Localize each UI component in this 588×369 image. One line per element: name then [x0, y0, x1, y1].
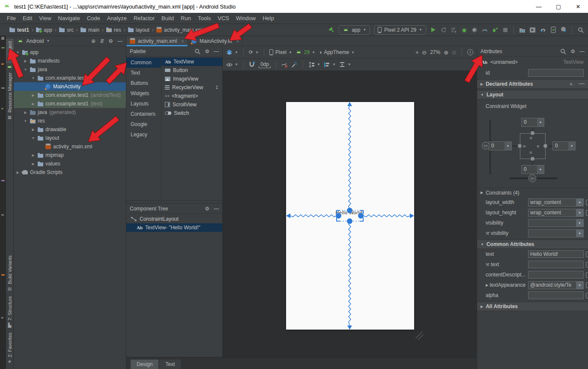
menu-run[interactable]: Run	[177, 14, 194, 23]
chevron-right-icon[interactable]: ▶	[15, 171, 20, 174]
search-everywhere-icon[interactable]	[577, 27, 584, 33]
zoom-in-button[interactable]: ⊕	[444, 49, 448, 56]
menu-window[interactable]: Window	[233, 14, 259, 23]
chevron-down-icon[interactable]: ▼	[576, 282, 583, 289]
add-attribute-icon[interactable]: ＋	[568, 80, 574, 88]
layout-section[interactable]: ▼ Layout	[477, 90, 588, 99]
tree-item-com-example-test1-test[interactable]: ▶com.example.test1(test)	[14, 99, 126, 108]
tree-item-com-example-test1[interactable]: ▼com.example.test1	[14, 74, 126, 82]
attribute-input-text[interactable]	[528, 250, 584, 258]
palette-item-switch[interactable]: Switch	[161, 109, 222, 117]
declared-attributes-section[interactable]: ▶ Declared Attributes ＋—	[477, 79, 588, 89]
palette-category-layouts[interactable]: Layouts	[126, 99, 161, 109]
chevron-down-icon[interactable]: ▼	[576, 230, 583, 237]
chevron-right-icon[interactable]: ▶	[23, 59, 28, 63]
flag-icon[interactable]	[586, 252, 588, 257]
attribute-combo-textappearance[interactable]: @android:style/Te▼	[528, 281, 584, 289]
chevron-right-icon[interactable]: ▶	[31, 162, 36, 166]
tool-button-1-project[interactable]: 1: Project	[6, 39, 14, 63]
panel-splitter[interactable]	[126, 200, 222, 204]
palette-category-buttons[interactable]: Buttons	[126, 78, 161, 88]
errors-panel-icon[interactable]: !	[467, 49, 473, 55]
left-anchor[interactable]	[518, 144, 522, 148]
close-tab-icon[interactable]: ×	[181, 39, 184, 44]
gear-icon[interactable]: ⚙	[205, 49, 209, 54]
constraints-section[interactable]: ▶ Constraints (4)	[477, 188, 588, 197]
gear-icon[interactable]: ⚙	[570, 49, 575, 54]
palette-category-text[interactable]: Text	[126, 68, 161, 78]
project-structure-button-icon[interactable]	[519, 27, 525, 33]
menu-analyze[interactable]: Analyze	[104, 14, 130, 23]
tree-item-gradle-scripts[interactable]: ▶Gradle Scripts	[14, 168, 126, 177]
chevron-right-icon[interactable]: ▶	[31, 93, 36, 97]
palette-item-scrollview[interactable]: ScrollView	[161, 100, 222, 109]
breadcrumb-app[interactable]: app	[35, 27, 53, 33]
gradle-sync-button-icon[interactable]	[540, 27, 546, 33]
tool-button-2-favorites[interactable]: 2: Favorites★	[6, 330, 14, 366]
attribute-combo-layout-height[interactable]: wrap_content▼	[528, 209, 584, 217]
close-button[interactable]: ✕	[568, 0, 588, 13]
menu-help[interactable]: Help	[259, 14, 278, 23]
align-selector[interactable]: ▼	[324, 61, 336, 68]
palette-category-widgets[interactable]: Widgets	[126, 88, 161, 99]
breadcrumb-res[interactable]: res	[105, 27, 122, 33]
flag-icon[interactable]	[586, 200, 588, 205]
tree-item-java-generated[interactable]: ▶java(generated)	[14, 108, 126, 117]
default-margin-selector[interactable]: 0dp	[259, 61, 271, 68]
palette-category-containers[interactable]: Containers	[126, 109, 161, 119]
autoconnect-magnet-icon[interactable]	[249, 61, 255, 68]
tree-item-drawable[interactable]: ▶drawable	[14, 125, 126, 134]
breadcrumb-main[interactable]: main	[80, 27, 100, 33]
attribute-input-text[interactable]	[528, 261, 584, 268]
chevron-right-icon[interactable]: ▶	[31, 153, 36, 157]
palette-item-fragment[interactable]: < ><fragment>	[161, 92, 222, 100]
breadcrumb-src[interactable]: src	[58, 27, 75, 33]
tree-item-values[interactable]: ▶values	[14, 159, 126, 168]
tree-item-java[interactable]: ▼java	[14, 65, 126, 74]
overflow-actions[interactable]: »	[416, 49, 419, 55]
chevron-down-icon[interactable]: ▼	[576, 209, 583, 216]
chevron-down-icon[interactable]: ▼	[15, 51, 20, 54]
tool-button-resource-manager[interactable]: Resource Manager▦	[6, 70, 14, 122]
run-anything-button-icon[interactable]	[529, 27, 536, 33]
palette-item-button[interactable]: Button	[161, 66, 222, 75]
margin-right-combo[interactable]: 0▼	[552, 141, 576, 150]
menu-build[interactable]: Build	[158, 14, 177, 23]
horizontal-bias-slider[interactable]: 50	[528, 174, 536, 182]
debug-button-icon[interactable]	[461, 27, 467, 33]
palette-item-textview[interactable]: AbTextView	[161, 57, 222, 66]
chevron-down-icon[interactable]: ▼	[576, 199, 583, 206]
tree-item-mipmap[interactable]: ▶mipmap	[14, 151, 126, 159]
search-icon[interactable]	[194, 48, 200, 54]
menu-tools[interactable]: Tools	[194, 14, 214, 23]
tab-mainactivity-kt[interactable]: MainActivity.kt×	[188, 36, 243, 46]
gear-icon[interactable]: ⚙	[108, 39, 113, 44]
hide-panel-icon[interactable]: —	[214, 49, 219, 54]
tree-item-manifests[interactable]: ▶manifests	[14, 57, 126, 65]
locate-file-icon[interactable]: ⊕	[91, 39, 96, 44]
chevron-down-icon[interactable]: ▼	[23, 68, 28, 72]
palette-category-common[interactable]: Common	[126, 57, 161, 68]
device-screen[interactable]: Hello World!	[286, 102, 414, 330]
pack-selector[interactable]: ▼	[308, 61, 320, 68]
attribute-input-alpha[interactable]	[528, 291, 584, 299]
all-attributes-section[interactable]: ▶ All Attributes	[477, 302, 588, 311]
tree-item-app[interactable]: ▼app	[14, 48, 126, 57]
margin-left-combo[interactable]: 0▼	[489, 141, 512, 150]
chevron-down-icon[interactable]: ▼	[31, 136, 36, 140]
attribute-input-contentdescript[interactable]	[528, 271, 584, 279]
profiler-button-icon[interactable]	[481, 27, 488, 33]
search-icon[interactable]	[560, 48, 566, 54]
menu-edit[interactable]: Edit	[19, 14, 36, 23]
hide-panel-icon[interactable]: —	[579, 49, 585, 54]
minimize-button[interactable]: —	[529, 0, 549, 13]
margin-top-combo[interactable]: 0▼	[521, 118, 544, 127]
rerun-button-icon[interactable]	[440, 27, 447, 33]
profile-button-icon[interactable]	[471, 27, 478, 33]
tree-item-activity-main-xml[interactable]: activity_main.xml	[14, 142, 126, 151]
menu-view[interactable]: View	[36, 14, 54, 23]
project-view-selector[interactable]: Android	[26, 38, 44, 44]
bottom-anchor[interactable]	[531, 157, 534, 161]
close-tab-icon[interactable]: ×	[236, 39, 239, 44]
chevron-right-icon[interactable]: ▶	[486, 283, 488, 287]
